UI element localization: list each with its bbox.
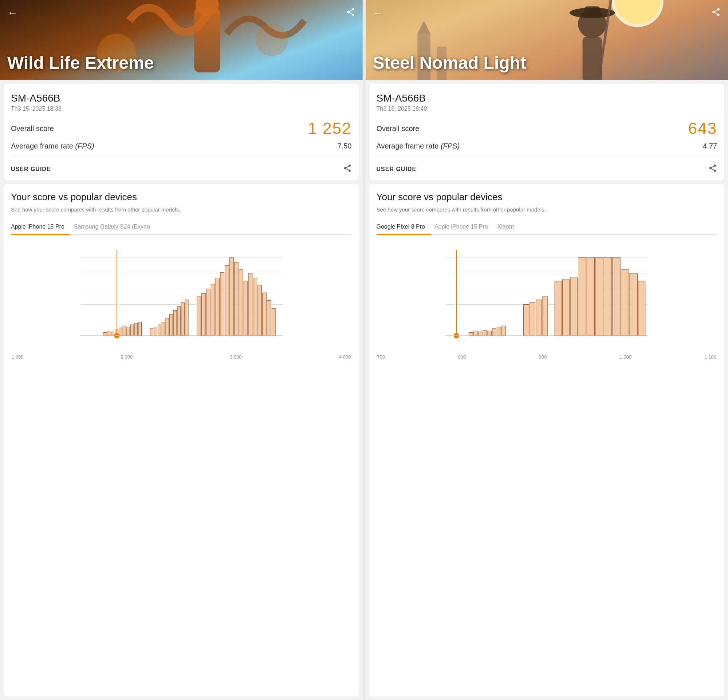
left-share-icon [343, 164, 352, 173]
right-x-label-4: 1 000 [620, 354, 632, 359]
left-device-name: SM-A566B [11, 92, 352, 104]
svg-rect-45 [258, 285, 262, 336]
svg-rect-31 [185, 300, 188, 336]
svg-rect-43 [248, 273, 252, 336]
svg-rect-36 [215, 278, 220, 336]
svg-rect-75 [492, 329, 496, 336]
svg-rect-19 [130, 325, 134, 336]
svg-rect-20 [134, 323, 138, 336]
right-share-button[interactable] [708, 164, 717, 175]
left-top-share-button[interactable] [346, 7, 355, 19]
svg-rect-76 [497, 327, 501, 336]
right-fps-label: Average frame rate (FPS) [377, 142, 460, 150]
svg-rect-47 [267, 301, 271, 336]
right-score-row: Overall score 643 [377, 120, 718, 138]
right-tab-pixel[interactable]: Google Pixel 8 Pro [377, 221, 431, 235]
right-panel: ← Steel Nomad Light SM-A566B Th3 15, 202… [365, 0, 728, 700]
left-back-button[interactable]: ← [7, 7, 17, 19]
right-x-label-2: 800 [458, 354, 466, 359]
left-score-value: 1 252 [308, 120, 351, 138]
svg-rect-78 [523, 304, 529, 336]
svg-rect-37 [220, 273, 224, 336]
right-tab-iphone[interactable]: Apple iPhone 15 Pro [435, 221, 494, 234]
right-device-tabs: Google Pixel 8 Pro Apple iPhone 15 Pro X… [377, 221, 718, 235]
svg-rect-89 [612, 258, 620, 336]
svg-rect-13 [107, 331, 110, 336]
left-x-label-3: 3 000 [230, 354, 242, 359]
left-hero-title: Wild Life Extreme [7, 53, 154, 73]
left-top-share-icon [346, 7, 355, 17]
right-share-icon [708, 164, 717, 173]
right-x-axis: 700 800 900 1 000 1 100 [377, 354, 718, 359]
left-user-guide-label[interactable]: USER GUIDE [11, 166, 51, 173]
svg-rect-58 [584, 7, 600, 16]
svg-rect-72 [478, 332, 482, 336]
left-chart: 1 000 2 000 3 000 4 000 [11, 242, 352, 351]
right-comparison-subtitle: See how your score compares with results… [377, 206, 718, 213]
svg-rect-25 [162, 322, 165, 336]
svg-rect-91 [629, 273, 637, 336]
left-comparison-subtitle: See how your score compares with results… [11, 206, 352, 213]
right-device-date: Th3 15, 2025 18:40 [377, 105, 718, 112]
svg-rect-79 [530, 303, 535, 336]
right-comparison-title: Your score vs popular devices [377, 192, 718, 203]
svg-rect-30 [181, 303, 185, 336]
right-top-share-icon [711, 7, 721, 17]
right-chart: 700 800 900 1 000 1 100 [377, 242, 718, 351]
left-x-label-4: 4 000 [339, 354, 351, 359]
svg-rect-18 [127, 327, 130, 336]
svg-rect-71 [474, 331, 477, 336]
right-score-value: 643 [688, 120, 717, 138]
right-device-name: SM-A566B [377, 92, 718, 104]
right-comparison-section: Your score vs popular devices See how yo… [369, 184, 725, 696]
svg-rect-39 [230, 258, 234, 336]
right-top-share-button[interactable] [711, 7, 721, 19]
right-hero: ← Steel Nomad Light [365, 0, 728, 80]
left-share-button[interactable] [343, 164, 352, 175]
svg-rect-73 [483, 330, 487, 336]
svg-rect-23 [154, 327, 157, 336]
right-score-card: SM-A566B Th3 15, 2025 18:40 Overall scor… [369, 84, 725, 180]
svg-rect-82 [555, 281, 562, 336]
svg-rect-90 [621, 269, 628, 336]
svg-rect-92 [638, 281, 645, 336]
svg-rect-80 [536, 300, 541, 336]
right-score-label: Overall score [377, 124, 420, 133]
svg-point-5 [256, 24, 288, 56]
right-user-guide-row: USER GUIDE [377, 164, 718, 175]
svg-rect-87 [595, 258, 603, 336]
svg-rect-17 [123, 326, 126, 336]
left-x-axis: 1 000 2 000 3 000 4 000 [11, 354, 352, 359]
svg-rect-24 [158, 325, 161, 336]
svg-rect-77 [501, 326, 506, 336]
right-user-guide-label[interactable]: USER GUIDE [377, 166, 417, 173]
svg-rect-83 [562, 279, 569, 336]
svg-rect-32 [197, 297, 201, 336]
svg-rect-46 [263, 293, 267, 336]
svg-rect-48 [272, 308, 276, 336]
left-comparison-title: Your score vs popular devices [11, 192, 352, 203]
right-x-label-1: 700 [377, 354, 385, 359]
right-tab-xiaomi[interactable]: Xiaom [497, 221, 520, 234]
left-device-date: Th3 15, 2025 18:38 [11, 105, 352, 112]
svg-rect-12 [103, 333, 106, 336]
left-fps-value: 7.50 [338, 142, 352, 150]
svg-rect-88 [604, 258, 611, 336]
svg-rect-42 [244, 281, 248, 336]
svg-rect-41 [239, 269, 243, 336]
svg-rect-81 [542, 297, 547, 336]
left-panel: ← Wild Life Extreme SM-A566B Th3 15, 202… [0, 0, 363, 700]
left-fps-label: Average frame rate (FPS) [11, 142, 94, 150]
svg-rect-29 [177, 306, 181, 336]
right-chart-svg [377, 242, 718, 351]
svg-rect-27 [170, 314, 173, 336]
svg-rect-33 [201, 293, 205, 336]
left-tab-samsung[interactable]: Samsung Galaxy S24 (Exyno [74, 221, 156, 234]
left-tab-iphone[interactable]: Apple iPhone 15 Pro [11, 221, 70, 235]
left-x-label-2: 2 000 [121, 354, 133, 359]
svg-rect-28 [173, 310, 177, 336]
left-comparison-section: Your score vs popular devices See how yo… [4, 184, 359, 696]
right-x-label-5: 1 100 [704, 354, 716, 359]
right-back-button[interactable]: ← [373, 7, 383, 19]
svg-rect-44 [253, 278, 257, 336]
